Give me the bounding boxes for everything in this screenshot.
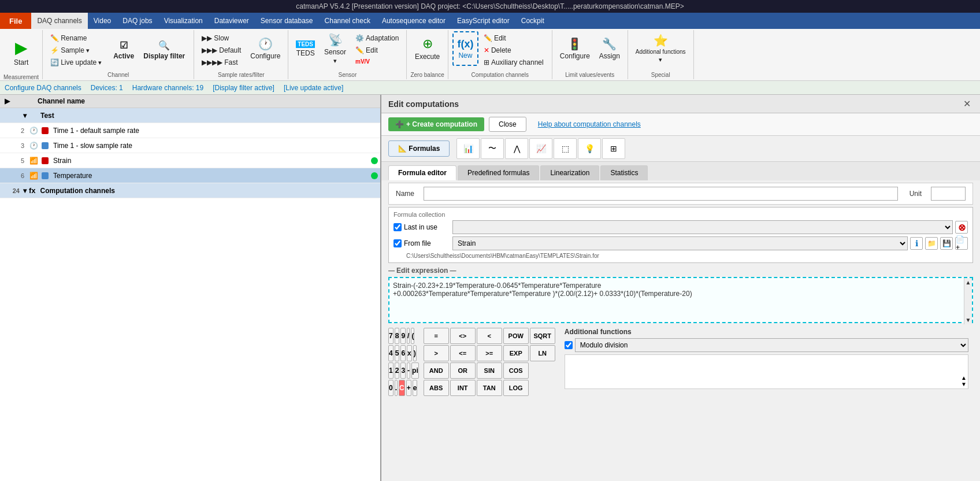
file-menu-btn[interactable]: File: [0, 13, 31, 29]
key-pow[interactable]: POW: [503, 328, 529, 344]
key-6[interactable]: 6: [400, 345, 406, 361]
last-in-use-checkbox[interactable]: [394, 223, 402, 231]
key-dot[interactable]: .: [395, 380, 398, 396]
comp-icon-3[interactable]: 📈: [529, 138, 552, 159]
func-scroll-down[interactable]: ▼: [961, 381, 967, 387]
sensor-edit-btn[interactable]: ✏️ Edit: [352, 45, 402, 56]
channel-row-5[interactable]: 5 📶 Strain: [0, 153, 380, 168]
key-sin[interactable]: SIN: [477, 362, 502, 379]
adaptation-btn[interactable]: ⚙️ Adaptation: [352, 32, 402, 44]
name-input[interactable]: [424, 187, 898, 201]
start-button[interactable]: ▶ Start: [8, 31, 34, 73]
modulo-select[interactable]: Modulo division: [575, 338, 968, 352]
key-tan[interactable]: TAN: [477, 380, 502, 396]
teds-btn[interactable]: TEDS TEDS: [292, 31, 319, 66]
sensor-btn[interactable]: 📡 Sensor ▾: [320, 31, 350, 66]
key-5[interactable]: 5: [395, 345, 400, 361]
add-file-btn[interactable]: 📄+: [955, 237, 968, 250]
key-cos[interactable]: COS: [503, 362, 529, 379]
close-panel-btn[interactable]: ✕: [961, 98, 973, 109]
open-folder-btn[interactable]: 📁: [925, 237, 938, 250]
info-btn[interactable]: ℹ: [910, 237, 923, 250]
key-eq[interactable]: =: [424, 328, 449, 344]
key-sub[interactable]: -: [407, 362, 410, 379]
tab-statistics[interactable]: Statistics: [600, 165, 648, 180]
menu-visualization[interactable]: Visualization: [158, 13, 209, 29]
formulas-btn[interactable]: 📐 Formulas: [388, 140, 450, 157]
key-exp[interactable]: EXP: [503, 345, 529, 361]
channel-row-6[interactable]: 6 📶 Temperature: [0, 168, 380, 183]
from-file-select[interactable]: Strain: [452, 236, 908, 250]
key-0[interactable]: 0: [388, 380, 394, 396]
live-update-btn[interactable]: 🔄 Live update ▾: [47, 57, 105, 68]
key-abs[interactable]: ABS: [424, 380, 449, 396]
default-btn[interactable]: ▶▶▶ Default: [199, 45, 244, 56]
help-link[interactable]: Help about computation channels: [538, 120, 641, 128]
assign-btn[interactable]: 🔧 Assign: [595, 31, 624, 66]
fast-btn[interactable]: ▶▶▶▶ Fast: [199, 57, 244, 68]
expand-icon[interactable]: ▶: [5, 97, 10, 105]
key-rparen[interactable]: ): [413, 345, 417, 361]
key-lparen[interactable]: (: [411, 328, 414, 344]
slow-btn[interactable]: ▶▶ Slow: [199, 32, 244, 44]
menu-cockpit[interactable]: Cockpit: [515, 13, 550, 29]
tab-linearization[interactable]: Linearization: [540, 165, 599, 180]
key-and[interactable]: AND: [424, 362, 449, 379]
from-file-checkbox[interactable]: [394, 239, 402, 247]
additional-functions-btn[interactable]: ⭐ Additional functions ▾: [632, 31, 690, 66]
auxiliary-channel-btn[interactable]: ⊞ Auxiliary channel: [481, 57, 547, 68]
menu-sensor-database[interactable]: Sensor database: [255, 13, 319, 29]
sample-btn[interactable]: ⚡ Sample ▾: [47, 45, 105, 56]
expression-editor[interactable]: Strain-(-20.23+2.19*Temperature-0.0645*T…: [388, 277, 973, 323]
comp-icon-0[interactable]: 📊: [456, 138, 480, 159]
menu-channel-check[interactable]: Channel check: [319, 13, 376, 29]
display-filter-btn[interactable]: 🔍 Display filter: [139, 32, 189, 67]
key-gt[interactable]: >: [424, 345, 449, 361]
key-gte[interactable]: >=: [477, 345, 502, 361]
create-computation-btn[interactable]: ➕ + Create computation: [388, 117, 484, 131]
key-pi[interactable]: pi: [411, 362, 419, 379]
clear-last-btn[interactable]: ⊗: [955, 221, 968, 234]
tab-formula-editor[interactable]: Formula editor: [388, 165, 456, 180]
key-2[interactable]: 2: [395, 362, 400, 379]
unit-input[interactable]: [931, 187, 966, 201]
key-add[interactable]: +: [406, 380, 411, 396]
key-8[interactable]: 8: [395, 328, 400, 344]
delete-btn[interactable]: ✕ Delete: [481, 45, 547, 56]
key-mul[interactable]: x: [407, 345, 412, 361]
scrollbar-up-arrow[interactable]: ▲: [964, 279, 972, 286]
rename-btn[interactable]: ✏️ Rename: [47, 32, 105, 44]
menu-video[interactable]: Video: [88, 13, 117, 29]
active-btn[interactable]: ☑ Active: [109, 32, 138, 67]
configure-sample-btn[interactable]: 🕐 Configure: [246, 31, 284, 66]
key-e[interactable]: e: [413, 380, 418, 396]
channel-row-3[interactable]: 3 🕐 Time 1 - slow sample rate: [0, 138, 380, 153]
configure-limit-btn[interactable]: 🚦 Configure: [556, 31, 594, 66]
computation-edit-btn[interactable]: ✏️ Edit: [481, 32, 547, 44]
comp-icon-6[interactable]: ⊞: [602, 138, 625, 159]
menu-daq-channels[interactable]: DAQ channels: [31, 13, 87, 29]
close-dialog-btn[interactable]: Close: [489, 117, 526, 132]
key-log[interactable]: LOG: [503, 380, 529, 396]
key-7[interactable]: 7: [388, 328, 394, 344]
scrollbar-down-arrow[interactable]: ▼: [964, 317, 972, 323]
menu-dataviewer[interactable]: Dataviewer: [209, 13, 255, 29]
channel-row-2[interactable]: 2 🕐 Time 1 - default sample rate: [0, 123, 380, 138]
comp-icon-4[interactable]: ⬚: [554, 138, 577, 159]
new-computation-btn[interactable]: f(x) New: [452, 31, 478, 66]
mv-v-btn[interactable]: mV/V: [352, 57, 402, 66]
modulo-checkbox[interactable]: [565, 341, 573, 349]
key-3[interactable]: 3: [400, 362, 406, 379]
key-1[interactable]: 1: [388, 362, 394, 379]
comp-icon-5[interactable]: 💡: [578, 138, 601, 159]
key-neq[interactable]: <>: [450, 328, 476, 344]
channel-row-24[interactable]: 24 ▾ fx Computation channels: [0, 183, 380, 198]
key-9[interactable]: 9: [400, 328, 406, 344]
menu-daq-jobs[interactable]: DAQ jobs: [117, 13, 158, 29]
key-ln[interactable]: LN: [530, 345, 555, 361]
execute-btn[interactable]: ⊕ Execute: [411, 31, 444, 66]
save-btn[interactable]: 💾: [940, 237, 953, 250]
key-int[interactable]: INT: [450, 380, 476, 396]
menu-autosequence[interactable]: Autosequence editor: [376, 13, 451, 29]
func-scroll-up[interactable]: ▲: [961, 375, 967, 381]
